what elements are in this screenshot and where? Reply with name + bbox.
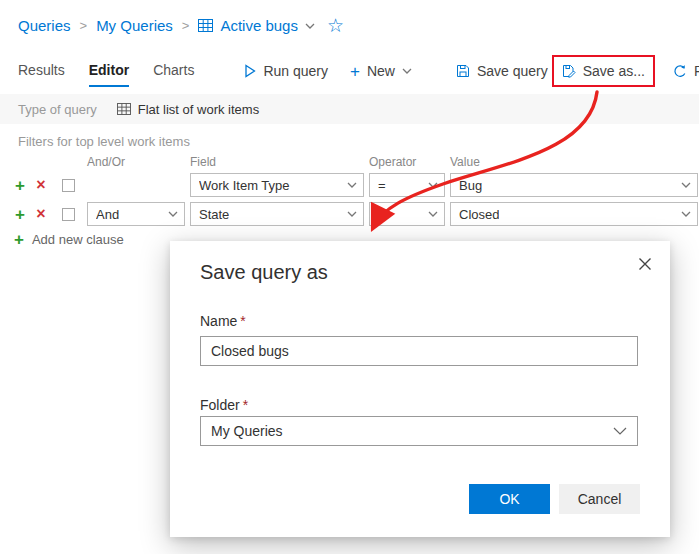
chevron-down-icon bbox=[402, 68, 412, 74]
column-header-field: Field bbox=[190, 155, 364, 169]
field-value: Work Item Type bbox=[199, 178, 290, 193]
column-header-value: Value bbox=[450, 155, 698, 169]
breadcrumb-queries[interactable]: Queries bbox=[18, 17, 71, 34]
query-name-input[interactable] bbox=[200, 336, 638, 366]
field-dropdown[interactable]: Work Item Type bbox=[190, 173, 364, 197]
save-query-button[interactable]: Save query bbox=[456, 63, 548, 79]
save-as-label: Save as... bbox=[583, 63, 645, 79]
required-asterisk: * bbox=[243, 397, 248, 413]
add-clause-plus-icon: + bbox=[14, 231, 24, 248]
flat-list-icon bbox=[198, 19, 213, 32]
value-value: Bug bbox=[459, 178, 482, 193]
save-as-icon bbox=[562, 64, 576, 78]
tab-charts[interactable]: Charts bbox=[153, 55, 194, 87]
save-query-as-dialog: Save query as Name* Folder* My Queries O… bbox=[170, 241, 670, 537]
save-query-label: Save query bbox=[477, 63, 548, 79]
filter-clause-grid: And/Or Field Operator Value + × Work Ite… bbox=[12, 155, 698, 248]
breadcrumb: Queries > My Queries > Active bugs ☆ bbox=[18, 16, 344, 35]
insert-clause-icon[interactable]: + bbox=[12, 177, 28, 194]
chevron-down-icon bbox=[681, 182, 691, 188]
folder-field-label: Folder* bbox=[200, 397, 248, 413]
operator-dropdown[interactable]: = bbox=[369, 173, 445, 197]
add-clause-label: Add new clause bbox=[32, 232, 124, 247]
tab-results[interactable]: Results bbox=[18, 55, 65, 87]
field-value: State bbox=[199, 207, 229, 222]
operator-value: = bbox=[378, 178, 386, 193]
revert-button[interactable]: Re bbox=[673, 63, 699, 79]
operator-dropdown[interactable]: = bbox=[369, 202, 445, 226]
new-button[interactable]: + New bbox=[350, 63, 412, 80]
favorite-star-icon[interactable]: ☆ bbox=[327, 16, 344, 35]
value-value: Closed bbox=[459, 207, 499, 222]
new-label: New bbox=[367, 63, 395, 79]
filter-row: + × And State = Closed bbox=[12, 202, 698, 226]
close-icon[interactable] bbox=[638, 257, 652, 271]
breadcrumb-separator: > bbox=[182, 18, 190, 33]
query-editor-page: Queries > My Queries > Active bugs ☆ Res… bbox=[0, 0, 699, 554]
run-query-label: Run query bbox=[263, 63, 328, 79]
clause-checkbox[interactable] bbox=[62, 179, 75, 192]
dialog-button-row: OK Cancel bbox=[469, 484, 640, 514]
add-new-clause-button[interactable]: + Add new clause bbox=[12, 231, 132, 248]
chevron-down-icon[interactable] bbox=[305, 23, 315, 29]
filters-section-title: Filters for top level work items bbox=[18, 134, 190, 149]
flat-list-icon bbox=[117, 103, 131, 115]
chevron-down-icon bbox=[681, 211, 691, 217]
clause-checkbox[interactable] bbox=[62, 208, 75, 221]
cancel-button[interactable]: Cancel bbox=[559, 484, 640, 514]
chevron-down-icon bbox=[428, 182, 438, 188]
required-asterisk: * bbox=[240, 313, 245, 329]
name-field-label: Name* bbox=[200, 313, 246, 329]
query-type-value-text: Flat list of work items bbox=[138, 102, 259, 117]
filter-header-row: And/Or Field Operator Value bbox=[12, 155, 698, 169]
column-header-operator: Operator bbox=[369, 155, 445, 169]
folder-label-text: Folder bbox=[200, 397, 240, 413]
filter-row: + × Work Item Type = Bug bbox=[12, 173, 698, 197]
insert-clause-icon[interactable]: + bbox=[12, 206, 28, 223]
query-title: Active bugs bbox=[220, 17, 298, 34]
remove-clause-icon[interactable]: × bbox=[33, 206, 49, 222]
tab-editor[interactable]: Editor bbox=[89, 55, 129, 87]
remove-clause-icon[interactable]: × bbox=[33, 177, 49, 193]
chevron-down-icon bbox=[347, 211, 357, 217]
value-dropdown[interactable]: Bug bbox=[450, 173, 698, 197]
operator-value: = bbox=[378, 207, 386, 222]
run-query-button[interactable]: Run query bbox=[244, 63, 328, 79]
query-type-label: Type of query bbox=[18, 102, 97, 117]
column-header-andor: And/Or bbox=[87, 155, 185, 169]
chevron-down-icon bbox=[428, 211, 438, 217]
chevron-down-icon bbox=[613, 427, 627, 435]
value-dropdown[interactable]: Closed bbox=[450, 202, 698, 226]
breadcrumb-my-queries[interactable]: My Queries bbox=[96, 17, 173, 34]
breadcrumb-current-query[interactable]: Active bugs bbox=[198, 17, 315, 34]
name-label-text: Name bbox=[200, 313, 237, 329]
andor-dropdown[interactable]: And bbox=[87, 202, 185, 226]
ok-button[interactable]: OK bbox=[469, 484, 550, 514]
tabbar: Results Editor Charts Run query + New Sa… bbox=[18, 55, 699, 87]
field-dropdown[interactable]: State bbox=[190, 202, 364, 226]
folder-selected-value: My Queries bbox=[211, 423, 283, 439]
chevron-down-icon bbox=[347, 182, 357, 188]
plus-icon: + bbox=[350, 63, 360, 80]
folder-dropdown[interactable]: My Queries bbox=[200, 416, 638, 446]
chevron-down-icon bbox=[168, 211, 178, 217]
dialog-title: Save query as bbox=[200, 261, 328, 284]
play-icon bbox=[244, 64, 256, 78]
save-as-button[interactable]: Save as... bbox=[560, 63, 647, 79]
query-type-bar: Type of query Flat list of work items bbox=[0, 94, 699, 124]
revert-label: Re bbox=[694, 63, 699, 79]
query-type-value[interactable]: Flat list of work items bbox=[117, 102, 259, 117]
undo-icon bbox=[673, 64, 687, 78]
breadcrumb-separator: > bbox=[80, 18, 88, 33]
save-icon bbox=[456, 64, 470, 78]
andor-value: And bbox=[96, 207, 119, 222]
